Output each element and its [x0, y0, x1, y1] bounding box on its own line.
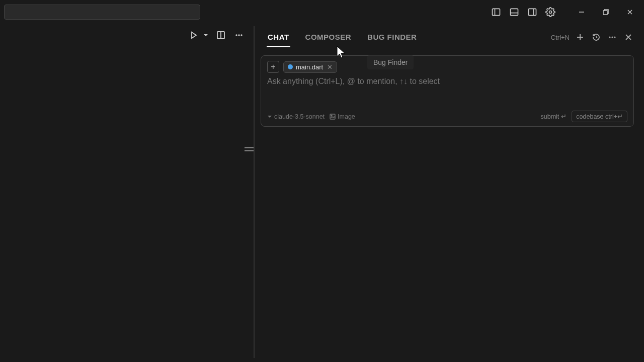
more-actions-icon[interactable] [232, 28, 246, 42]
editor-action-bar [0, 24, 254, 46]
titlebar [0, 0, 644, 24]
add-context-button[interactable]: + [267, 61, 279, 73]
svg-rect-0 [493, 9, 500, 15]
codebase-button[interactable]: codebase ctrl+↵ [572, 111, 627, 122]
codebase-label: codebase ctrl+↵ [576, 113, 623, 120]
enter-icon: ↵ [561, 113, 567, 120]
svg-point-16 [240, 34, 242, 36]
svg-line-20 [596, 37, 597, 38]
remove-chip-icon[interactable]: ✕ [327, 63, 333, 71]
model-name-label: claude-3.5-sonnet [274, 113, 325, 120]
panel-header: CHAT COMPOSER BUG FINDER Ctrl+N [257, 26, 639, 48]
file-chip-label: main.dart [296, 63, 323, 71]
run-button[interactable] [187, 28, 201, 42]
input-footer: claude-3.5-sonnet Image submit ↵ codebas… [267, 111, 627, 122]
panel-splitter[interactable] [254, 26, 255, 358]
panel-left-icon[interactable] [489, 5, 503, 19]
svg-point-23 [614, 36, 615, 38]
svg-point-6 [549, 11, 552, 14]
splitter-handle[interactable] [245, 147, 254, 151]
close-window-button[interactable] [620, 5, 640, 19]
svg-point-14 [235, 34, 237, 36]
panel-tabs: CHAT COMPOSER BUG FINDER [267, 28, 551, 47]
chat-input-card: + main.dart ✕ claude-3.5-sonnet Image su… [261, 55, 634, 127]
window-controls [572, 5, 640, 19]
model-selector[interactable]: claude-3.5-sonnet [267, 113, 325, 120]
history-icon[interactable] [591, 32, 602, 43]
file-type-icon [288, 64, 293, 69]
run-dropdown-icon[interactable] [202, 28, 210, 42]
attach-image-button[interactable]: Image [330, 113, 355, 120]
tab-bug-finder[interactable]: BUG FINDER [366, 28, 418, 47]
tab-chat[interactable]: CHAT [267, 28, 290, 47]
split-editor-icon[interactable] [214, 28, 228, 42]
panel-more-icon[interactable] [607, 32, 618, 43]
svg-rect-8 [603, 11, 607, 15]
svg-point-22 [611, 36, 613, 38]
minimize-button[interactable] [572, 5, 592, 19]
gear-icon[interactable] [543, 5, 557, 19]
panel-right-icon[interactable] [525, 5, 539, 19]
restore-button[interactable] [596, 5, 616, 19]
close-panel-icon[interactable] [623, 32, 634, 43]
panel-actions: Ctrl+N [551, 32, 634, 43]
context-file-chip[interactable]: main.dart ✕ [283, 61, 337, 73]
context-chip-row: + main.dart ✕ [267, 61, 627, 73]
image-label: Image [338, 113, 355, 120]
svg-marker-11 [192, 32, 196, 38]
panel-bottom-icon[interactable] [507, 5, 521, 19]
new-chat-button[interactable] [575, 32, 586, 43]
svg-rect-4 [529, 9, 536, 15]
svg-point-27 [331, 115, 332, 116]
submit-button[interactable]: submit ↵ [541, 113, 567, 120]
new-chat-shortcut: Ctrl+N [551, 34, 570, 41]
svg-point-15 [238, 34, 239, 36]
svg-rect-2 [511, 9, 518, 15]
tab-tooltip: Bug Finder [367, 55, 414, 69]
titlebar-right-group [489, 5, 640, 19]
submit-label: submit [541, 113, 559, 120]
ai-side-panel: CHAT COMPOSER BUG FINDER Ctrl+N + [257, 26, 639, 358]
tab-composer[interactable]: COMPOSER [304, 28, 353, 47]
svg-point-21 [609, 36, 610, 38]
command-search-input[interactable] [4, 5, 200, 20]
chat-prompt-input[interactable] [267, 77, 627, 105]
